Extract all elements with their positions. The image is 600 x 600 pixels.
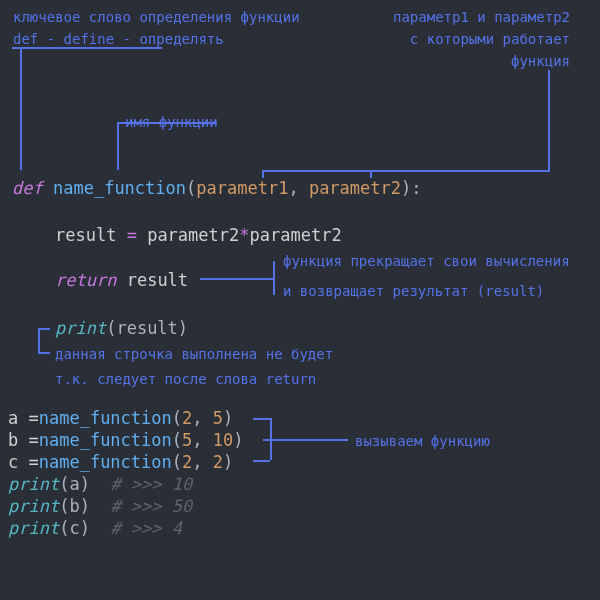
code-print-a: print(a) # >>> 10 xyxy=(8,474,192,494)
connector-line xyxy=(200,278,275,280)
annotation-call: вызываем функцию xyxy=(355,432,490,452)
code-print-c: print(c) # >>> 4 xyxy=(8,518,182,538)
connector-line xyxy=(117,122,119,170)
annotation-params-line2: с которыми работает xyxy=(410,30,570,50)
param1: parametr1 xyxy=(196,178,288,198)
annotation-return-line1: функция прекращает свои вычисления xyxy=(283,252,570,272)
code-def-line: def name_function(parametr1, parametr2): xyxy=(12,178,422,198)
connector-line xyxy=(370,170,372,178)
code-call-b: b =name_function(5, 10) xyxy=(8,430,244,450)
connector-line xyxy=(263,439,348,441)
connector-line xyxy=(253,460,270,462)
return-keyword: return xyxy=(55,270,116,290)
code-body-line: result = parametr2*parametr2 xyxy=(55,225,342,245)
code-return-line: return result xyxy=(55,270,188,290)
connector-line xyxy=(253,418,270,420)
annotation-params-line3: функция xyxy=(511,52,570,72)
code-unreachable-print: print(result) xyxy=(55,318,188,338)
code-call-a: a =name_function(2, 5) xyxy=(8,408,233,428)
connector-line xyxy=(38,352,50,354)
def-keyword: def xyxy=(12,178,43,198)
annotation-unreachable-line1: данная строчка выполнена не будет xyxy=(55,345,333,365)
connector-line xyxy=(273,261,275,295)
annotation-def-keyword-line1: ключевое слово определения функции xyxy=(13,8,300,28)
annotation-return-line2: и возвращает результат (result) xyxy=(283,282,544,302)
connector-line xyxy=(12,47,162,49)
connector-line xyxy=(20,47,22,170)
param2: parametr2 xyxy=(309,178,401,198)
code-print-b: print(b) # >>> 50 xyxy=(8,496,192,516)
connector-line xyxy=(262,170,264,178)
print-keyword: print xyxy=(55,318,106,338)
connector-line xyxy=(262,170,550,172)
return-value: result xyxy=(127,270,188,290)
connector-line xyxy=(548,70,550,170)
code-call-c: c =name_function(2, 2) xyxy=(8,452,233,472)
connector-line xyxy=(117,122,217,124)
annotation-unreachable-line2: т.к. следует после слова return xyxy=(55,370,316,390)
connector-line xyxy=(38,328,40,354)
annotation-params-line1: параметр1 и параметр2 xyxy=(393,8,570,28)
function-name: name_function xyxy=(53,178,186,198)
